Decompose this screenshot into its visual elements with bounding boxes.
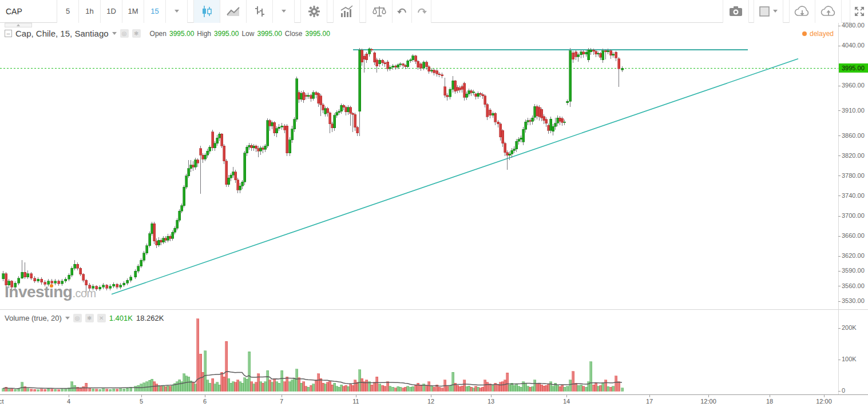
candle-up <box>621 68 624 70</box>
high-value: 3995.00 <box>214 30 239 38</box>
cloud-upload-icon <box>821 6 837 17</box>
price-tick-mark <box>838 135 841 136</box>
time-tick-label: 4 <box>67 398 70 405</box>
logo-orange-dot: i <box>49 283 53 301</box>
volume-bar-up <box>389 386 391 391</box>
price-tick-mark <box>838 46 841 46</box>
time-tick-mark <box>708 395 709 397</box>
chevron-down-icon[interactable] <box>112 32 117 35</box>
volume-bar-up <box>466 386 468 391</box>
candle-down <box>237 180 239 190</box>
volume-bar-up <box>167 386 169 391</box>
candle-up <box>140 260 142 266</box>
candle-up <box>597 53 600 54</box>
volume-bar-up <box>300 383 303 391</box>
indicators-button[interactable] <box>334 0 360 23</box>
symbol-input[interactable]: CAP <box>0 0 57 23</box>
volume-bar-up <box>232 382 235 392</box>
indicator-settings-icon[interactable]: ✱ <box>85 314 94 322</box>
candle-down <box>322 105 324 110</box>
chart-type-candles-button[interactable] <box>194 0 220 23</box>
load-chart-button[interactable] <box>789 0 815 23</box>
redo-button[interactable] <box>412 0 431 23</box>
visibility-icon[interactable]: ◎ <box>73 314 82 322</box>
ascending-trendline[interactable] <box>112 59 798 294</box>
volume-bar-up <box>607 386 609 391</box>
time-axis[interactable]: Oct4567111213141712:001812:00 <box>0 394 868 407</box>
layout-button[interactable] <box>754 0 783 23</box>
candle-up <box>143 253 145 260</box>
candle-down <box>457 87 459 90</box>
volume-bar-down <box>329 381 331 391</box>
volume-bar-down <box>44 389 46 391</box>
volume-bar-down <box>257 374 260 391</box>
candle-up <box>347 107 350 112</box>
volume-bar-up <box>347 386 350 391</box>
volume-bar-up <box>431 386 433 391</box>
volume-bar-down <box>262 383 264 391</box>
interval-dropdown[interactable] <box>166 0 188 23</box>
time-tick-label: 12:00 <box>700 398 716 405</box>
save-chart-button[interactable] <box>815 0 842 23</box>
interval-button-1D[interactable]: 1D <box>101 0 122 23</box>
candle-down <box>543 117 545 121</box>
volume-bar-down <box>610 387 612 391</box>
cloud-download-icon <box>794 6 810 17</box>
volume-bar-up <box>516 384 518 391</box>
candle-down <box>559 118 561 121</box>
candlestick-chart-icon <box>201 5 213 18</box>
legend-title[interactable]: Cap, Chile, 15, Santiago <box>15 29 109 38</box>
chart-type-bars-button[interactable] <box>247 0 273 23</box>
candle-up <box>276 129 278 133</box>
snapshot-button[interactable] <box>723 0 749 23</box>
open-label: Open <box>150 30 167 38</box>
candle-down <box>116 284 118 287</box>
chart-type-dropdown[interactable] <box>273 0 295 23</box>
volume-chart[interactable] <box>0 310 838 394</box>
series-settings-icon[interactable]: ✱ <box>132 29 141 38</box>
candle-down <box>262 148 264 150</box>
candle-up <box>181 206 183 212</box>
chevron-down-icon[interactable] <box>65 317 70 320</box>
price-tick-label: 3700.00 <box>842 212 865 219</box>
interval-button-1h[interactable]: 1h <box>79 0 101 23</box>
line-chart-icon <box>227 6 240 17</box>
settings-button[interactable] <box>301 0 327 23</box>
fullscreen-button[interactable] <box>850 0 868 23</box>
price-axis[interactable] <box>838 23 868 394</box>
remove-indicator-icon[interactable]: ✕ <box>97 314 106 322</box>
interval-button-5[interactable]: 5 <box>57 0 79 23</box>
interval-button-15[interactable]: 15 <box>144 0 166 23</box>
chart-type-line-button[interactable] <box>220 0 247 23</box>
volume-bar-up <box>550 382 552 392</box>
volume-bar-down <box>446 386 449 391</box>
price-tick-mark <box>838 216 841 217</box>
candle-down <box>436 71 438 74</box>
candle-down <box>374 53 376 62</box>
volume-bar-up <box>14 389 17 391</box>
candle-up <box>188 169 190 176</box>
candle-down <box>593 50 595 51</box>
collapse-pane-icon[interactable]: – <box>5 30 12 37</box>
price-chart[interactable] <box>0 23 838 309</box>
interval-button-1M[interactable]: 1M <box>122 0 144 23</box>
undo-button[interactable] <box>393 0 412 23</box>
candle-down <box>223 146 225 161</box>
volume-bar-down <box>402 388 405 392</box>
volume-bar-down <box>58 390 60 391</box>
candle-down <box>454 81 457 91</box>
volume-bar-up <box>120 389 122 391</box>
candle-down <box>605 51 607 52</box>
candle-up <box>99 287 101 289</box>
volume-legend-title[interactable]: Volume (true, 20) <box>5 314 62 322</box>
volume-bar-up <box>612 386 615 391</box>
volume-bar-down <box>506 373 509 391</box>
volume-bar-up <box>399 387 402 391</box>
visibility-icon[interactable]: ◎ <box>120 29 129 38</box>
compare-button[interactable] <box>366 0 393 23</box>
volume-bar-up <box>307 387 310 391</box>
pane-separator[interactable] <box>0 309 868 310</box>
volume-bar-down <box>361 378 363 391</box>
volume-tick-mark <box>838 328 841 329</box>
candle-down <box>343 105 345 107</box>
